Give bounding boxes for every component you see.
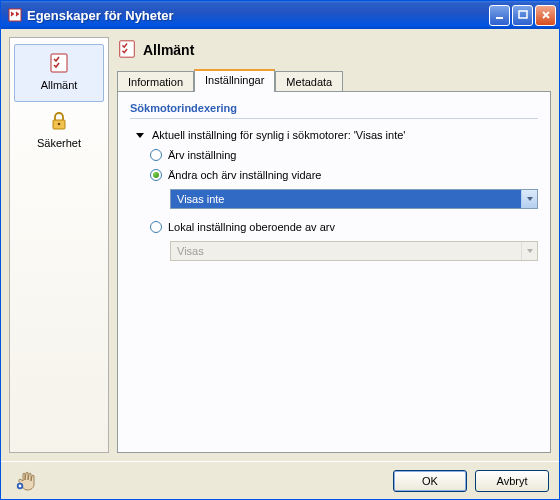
- current-setting-row[interactable]: Aktuell inställning för synlig i sökmoto…: [130, 129, 538, 141]
- window-title: Egenskaper för Nyheter: [27, 8, 487, 23]
- svg-rect-1: [496, 17, 503, 19]
- sidebar: Allmänt Säkerhet: [9, 37, 109, 453]
- chevron-down-icon: [521, 190, 537, 208]
- hand-icon: [15, 470, 39, 492]
- svg-rect-2: [519, 11, 527, 18]
- tab-information[interactable]: Information: [117, 71, 194, 91]
- close-button[interactable]: [535, 5, 556, 26]
- chevron-down-icon: [136, 133, 144, 138]
- svg-point-8: [19, 484, 22, 487]
- sidebar-item-security[interactable]: Säkerhet: [14, 102, 104, 160]
- checklist-icon: [117, 39, 137, 61]
- tab-metadata[interactable]: Metadata: [275, 71, 343, 91]
- titlebar[interactable]: Egenskaper för Nyheter: [1, 1, 559, 29]
- section-title: Sökmotorindexering: [130, 102, 538, 119]
- chevron-down-icon: [521, 242, 537, 260]
- visibility-dropdown[interactable]: Visas inte: [170, 189, 538, 209]
- sidebar-item-label: Allmänt: [41, 79, 78, 91]
- checklist-icon: [47, 51, 71, 75]
- lock-icon: [47, 109, 71, 133]
- sidebar-item-general[interactable]: Allmänt: [14, 44, 104, 102]
- svg-point-5: [58, 123, 61, 126]
- radio-label: Lokal inställning oberoende av arv: [168, 221, 335, 233]
- visibility-dropdown-disabled: Visas: [170, 241, 538, 261]
- radio-label: Ärv inställning: [168, 149, 236, 161]
- radio-icon: [150, 221, 162, 233]
- radio-change-inherit[interactable]: Ändra och ärv inställning vidare: [150, 169, 538, 181]
- sidebar-item-label: Säkerhet: [37, 137, 81, 149]
- current-setting-label: Aktuell inställning för synlig i sökmoto…: [152, 129, 405, 141]
- radio-local[interactable]: Lokal inställning oberoende av arv: [150, 221, 538, 233]
- radio-label: Ändra och ärv inställning vidare: [168, 169, 321, 181]
- minimize-button[interactable]: [489, 5, 510, 26]
- tab-label: Inställningar: [205, 74, 264, 86]
- dropdown-value: Visas inte: [175, 192, 521, 206]
- page-title: Allmänt: [143, 42, 194, 58]
- tab-label: Metadata: [286, 76, 332, 88]
- app-icon: [7, 7, 23, 23]
- maximize-button[interactable]: [512, 5, 533, 26]
- tab-settings[interactable]: Inställningar: [194, 69, 275, 92]
- svg-rect-0: [9, 9, 21, 21]
- cancel-button[interactable]: Avbryt: [475, 470, 549, 492]
- tabbar: Information Inställningar Metadata: [117, 69, 551, 91]
- ok-button[interactable]: OK: [393, 470, 467, 492]
- tab-label: Information: [128, 76, 183, 88]
- dropdown-value: Visas: [175, 244, 521, 258]
- radio-icon: [150, 169, 162, 181]
- tab-panel: Sökmotorindexering Aktuell inställning f…: [117, 91, 551, 453]
- radio-icon: [150, 149, 162, 161]
- radio-inherit[interactable]: Ärv inställning: [150, 149, 538, 161]
